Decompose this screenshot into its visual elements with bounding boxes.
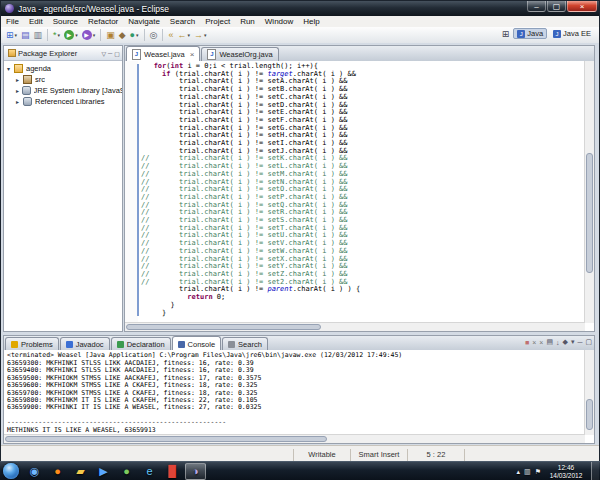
dropdown-caret-icon: ▾ (187, 32, 190, 38)
windows-taskbar: ◉●▰▶●e▉◑ ▴▥⚑ 12:46 14/03/2012 (0, 461, 600, 480)
view-menu-icon[interactable]: ▽ (101, 50, 106, 57)
expand-arrow-icon[interactable]: ▸ (16, 76, 23, 83)
taskbar-media-player[interactable]: ▶ (93, 463, 114, 480)
debug-icon[interactable]: *▾ (52, 29, 61, 42)
console-body[interactable]: <terminated> Weasel [Java Application] C… (4, 350, 594, 443)
code-line: return 0; (141, 294, 584, 302)
tree-item-src[interactable]: ▸src (4, 74, 122, 85)
view-tab-problems[interactable]: Problems (5, 337, 59, 351)
package-explorer-header[interactable]: Package Explorer ▽─▢ (4, 46, 122, 61)
tree-item-jre[interactable]: ▸JRE System Library [JavaSE-1.6] (4, 85, 122, 96)
perspective-java-ee[interactable]: JJava EE (549, 28, 595, 39)
save-icon[interactable]: ▤ (20, 29, 31, 42)
network-icon[interactable]: ▥ (524, 468, 531, 476)
editor-vertical-scrollbar[interactable] (584, 61, 594, 323)
pin-console-icon[interactable]: ◆ (563, 338, 568, 346)
editor-vscroll-thumb[interactable] (586, 153, 593, 273)
editor-hscroll-thumb[interactable] (126, 324, 321, 330)
minimize-button[interactable]: – (527, 1, 546, 12)
taskbar-chrome[interactable]: ● (116, 463, 137, 480)
expand-arrow-icon[interactable]: ▸ (16, 87, 22, 94)
console-output[interactable]: 63659300: MKFHINKI STLSS LIKK AACDAIEJ, … (7, 360, 584, 441)
package-explorer-icon (8, 49, 16, 57)
menu-file[interactable]: File (1, 17, 24, 26)
menu-project[interactable]: Project (200, 17, 235, 26)
minimize-view-icon[interactable]: ─ (577, 339, 582, 346)
menu-run[interactable]: Run (235, 17, 260, 26)
print-icon[interactable]: ▥ (33, 29, 44, 42)
menu-navigate[interactable]: Navigate (123, 17, 165, 26)
editor-tab-weasel.java[interactable]: JWeasel.java× (126, 46, 200, 61)
menu-help[interactable]: Help (298, 17, 324, 26)
expand-arrow-icon[interactable]: ▸ (16, 98, 23, 105)
menu-search[interactable]: Search (165, 17, 200, 26)
menu-source[interactable]: Source (48, 17, 83, 26)
package-explorer-view: Package Explorer ▽─▢ ▾agenda▸src▸JRE Sys… (3, 45, 123, 332)
taskbar-windows-explorer[interactable]: ▰ (70, 463, 91, 480)
console-vertical-scrollbar[interactable] (584, 350, 594, 435)
show-desktop-button[interactable] (591, 462, 599, 480)
forward-icon[interactable]: →▾ (193, 29, 208, 42)
package-explorer-title: Package Explorer (18, 49, 101, 58)
remove-all-launches-icon[interactable]: × (539, 339, 543, 346)
console-vscroll-thumb[interactable] (586, 399, 593, 430)
tree-item-label: src (35, 75, 45, 84)
perspective-java[interactable]: JJava (513, 28, 547, 39)
title-bar[interactable]: Java - agenda/src/Weasel.java - Eclipse … (1, 1, 599, 16)
console-hscroll-thumb[interactable] (5, 436, 327, 442)
external-tools-icon[interactable]: ▶▾ (81, 29, 97, 42)
menu-window[interactable]: Window (260, 17, 298, 26)
remove-launch-icon[interactable]: × (532, 339, 536, 346)
code-lines[interactable]: for(int i = 0;i < trial.length(); i++){ … (141, 63, 584, 317)
new-wizard-icon[interactable]: ⊞▾ (5, 29, 18, 42)
view-tab-search[interactable]: Search (222, 337, 268, 351)
view-tab-javadoc[interactable]: Javadoc (60, 337, 110, 351)
editor-horizontal-scrollbar[interactable] (125, 322, 585, 331)
open-console-icon[interactable]: ▾ (571, 338, 575, 346)
minimize-view-icon[interactable]: ─ (108, 50, 112, 57)
run-icon[interactable]: ▶▾ (63, 29, 79, 42)
taskbar-adobe-reader[interactable]: ▉ (162, 463, 183, 480)
tree-item-agenda[interactable]: ▾agenda (4, 63, 122, 74)
editor-body[interactable]: for(int i = 0;i < trial.length(); i++){ … (125, 61, 594, 331)
new-java-project-icon[interactable]: ▣ (105, 29, 116, 42)
console-horizontal-scrollbar[interactable] (4, 434, 585, 443)
console-view: ProblemsJavadocDeclarationConsoleSearch … (3, 335, 595, 444)
open-perspective-icon[interactable]: ⊞ (502, 29, 510, 39)
close-tab-icon[interactable]: × (190, 50, 195, 59)
taskbar-firefox[interactable]: ● (47, 463, 68, 480)
terminate-icon[interactable]: ■ (525, 339, 529, 346)
taskbar-internet-explorer[interactable]: e (139, 463, 160, 480)
taskbar-clock[interactable]: 12:46 14/03/2012 (544, 464, 588, 479)
view-tab-declaration[interactable]: Declaration (111, 337, 171, 351)
problems-icon (11, 341, 18, 348)
menu-refactor[interactable]: Refactor (83, 17, 123, 26)
taskbar-messenger[interactable]: ◉ (24, 463, 45, 480)
clear-console-icon[interactable]: ▤ (546, 338, 553, 346)
last-edit-location-icon[interactable]: « (167, 29, 174, 42)
scroll-lock-icon[interactable]: ↓ (556, 339, 560, 346)
back-icon[interactable]: ←▾ (176, 29, 191, 42)
start-button[interactable] (3, 463, 19, 479)
new-class-icon[interactable]: ●▾ (129, 29, 140, 42)
tree-item-referenced[interactable]: ▸Referenced Libraries (4, 96, 122, 107)
media-player-icon: ▶ (99, 466, 107, 477)
maximize-button[interactable]: ▢ (547, 1, 566, 12)
close-button[interactable]: × (567, 1, 597, 12)
action-center-flag-icon[interactable]: ⚑ (535, 468, 541, 476)
java-file-icon: J (132, 49, 141, 60)
status-end (464, 449, 599, 461)
collapse-arrow-icon[interactable]: ▾ (7, 65, 14, 72)
editor-tab-weaselorg.java[interactable]: JWeaselOrg.java (201, 47, 278, 61)
maximize-view-icon[interactable]: ▢ (585, 338, 592, 346)
taskbar-eclipse[interactable]: ◑ (185, 463, 206, 480)
hidden-icons-icon[interactable]: ▴ (517, 468, 521, 476)
new-package-icon[interactable]: ◆ (118, 29, 127, 42)
workspace: Package Explorer ▽─▢ ▾agenda▸src▸JRE Sys… (1, 43, 599, 335)
search-icon[interactable]: ◎ (149, 29, 159, 42)
package-explorer-tree[interactable]: ▾agenda▸src▸JRE System Library [JavaSE-1… (4, 61, 122, 107)
view-tab-console[interactable]: Console (172, 336, 222, 351)
maximize-view-icon[interactable]: ▢ (114, 50, 120, 57)
project-icon (14, 64, 23, 73)
menu-edit[interactable]: Edit (24, 17, 48, 26)
